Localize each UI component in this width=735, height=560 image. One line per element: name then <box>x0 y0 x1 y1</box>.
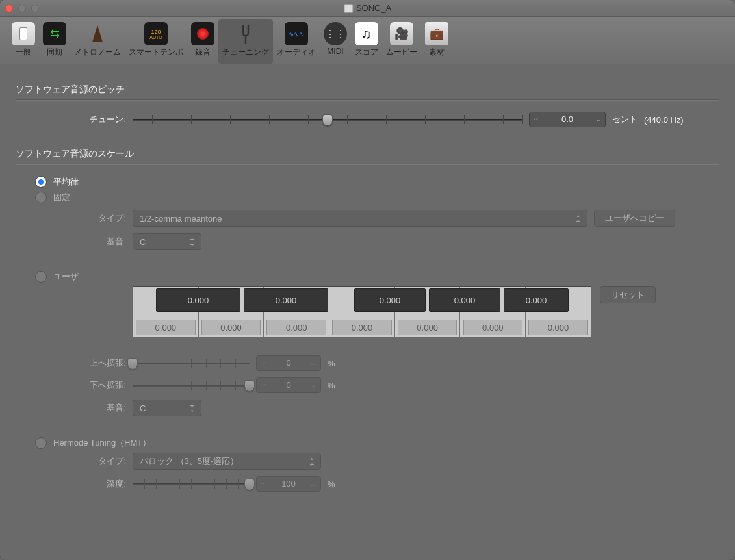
tab-smart-tempo[interactable]: 120AUTO スマートテンポ <box>125 19 187 64</box>
percent-unit: % <box>328 381 335 390</box>
section-pitch-title: ソフトウェア音源のピッチ <box>16 84 719 95</box>
user-radio[interactable]: ユーザ <box>16 271 719 283</box>
user-root-label: 基音: <box>16 402 133 414</box>
window-title: SONG_A <box>344 3 391 13</box>
tab-score-label: スコア <box>355 47 378 58</box>
content-area: ソフトウェア音源のピッチ チューン: ﹀ 0.0 ︿ セント (440.0 Hz… <box>0 64 735 514</box>
tuning-keyboard[interactable]: 0.000 0.000 0.000 0.000 0.000 0.000 0.00… <box>133 286 591 337</box>
tab-general[interactable]: 一般 <box>8 19 39 64</box>
tune-row: チューン: ﹀ 0.0 ︿ セント (440.0 Hz) <box>16 112 719 127</box>
white-key-g[interactable]: 0.000 <box>398 320 458 335</box>
tab-tuning-label: チューニング <box>222 47 269 58</box>
white-key-d[interactable]: 0.000 <box>201 320 261 335</box>
tab-general-label: 一般 <box>16 47 31 58</box>
tab-midi[interactable]: ⋮⋮ MIDI <box>320 19 351 64</box>
tab-assets[interactable]: 💼 素材 <box>421 19 452 64</box>
stretch-down-label: 下へ拡張: <box>16 379 133 391</box>
document-icon <box>344 4 353 13</box>
stretch-up-slider[interactable] <box>133 356 250 370</box>
stepper-decrement[interactable]: ﹀ <box>530 112 543 127</box>
radio-icon <box>35 192 47 203</box>
camera-icon: 🎥 <box>390 22 413 45</box>
stepper-increment[interactable]: ︿ <box>307 477 320 491</box>
fixed-root-select[interactable]: C ▴▾ <box>133 233 201 250</box>
hmt-depth-label: 深度: <box>16 478 133 490</box>
section-scale-title: ソフトウェア音源のスケール <box>16 148 719 160</box>
tab-metronome[interactable]: メトロノーム <box>70 19 125 64</box>
fixed-type-value: 1/2-comma meantone <box>140 214 222 223</box>
stretch-up-label: 上へ拡張: <box>16 357 133 369</box>
reset-button[interactable]: リセット <box>600 286 656 303</box>
tuning-fork-icon <box>234 22 257 45</box>
tune-hz: (440.0 Hz) <box>644 115 684 125</box>
tune-unit: セント <box>612 114 638 125</box>
stepper-decrement[interactable]: ﹀ <box>257 378 270 392</box>
black-key-gs[interactable]: 0.000 <box>429 288 500 312</box>
stepper-increment[interactable]: ︿ <box>307 378 320 392</box>
percent-unit: % <box>328 359 335 368</box>
midi-icon: ⋮⋮ <box>324 22 347 45</box>
tab-movie-label: ムービー <box>386 47 417 58</box>
tab-smart-tempo-label: スマートテンポ <box>129 47 183 58</box>
white-key-f[interactable]: 0.000 <box>332 320 392 335</box>
close-window-button[interactable] <box>5 5 13 12</box>
tune-stepper[interactable]: ﹀ 0.0 ︿ <box>529 112 606 127</box>
tab-movie[interactable]: 🎥 ムービー <box>382 19 421 64</box>
hmt-depth-slider[interactable] <box>133 477 250 491</box>
tune-slider[interactable] <box>133 112 522 127</box>
black-key-fs[interactable]: 0.000 <box>354 288 426 312</box>
tab-score[interactable]: ♫ スコア <box>351 19 382 64</box>
equal-temperament-radio[interactable]: 平均律 <box>16 176 719 188</box>
black-key-ds[interactable]: 0.000 <box>244 288 328 312</box>
equal-label: 平均律 <box>53 176 79 188</box>
user-root-select[interactable]: C ▴▾ <box>133 400 201 416</box>
hmt-type-value: バロック （3、5度-適応） <box>140 455 239 467</box>
fixed-radio[interactable]: 固定 <box>16 192 719 203</box>
stretch-down-stepper[interactable]: ﹀ 0 ︿ <box>256 377 321 393</box>
tune-value: 0.0 <box>543 112 592 127</box>
divider <box>16 99 719 100</box>
stretch-up-stepper[interactable]: ﹀ 0 ︿ <box>256 355 321 371</box>
stretch-down-value: 0 <box>270 378 307 392</box>
stepper-increment[interactable]: ︿ <box>592 112 605 127</box>
copy-to-user-button[interactable]: ユーザへコピー <box>594 210 675 227</box>
radio-icon <box>35 176 47 188</box>
hmt-type-select[interactable]: バロック （3、5度-適応） ▴▾ <box>133 453 321 470</box>
stepper-increment[interactable]: ︿ <box>307 356 320 370</box>
hmt-radio[interactable]: Hermode Tuning（HMT） <box>16 437 719 449</box>
black-key-cs[interactable]: 0.000 <box>156 288 240 312</box>
radio-icon <box>35 437 47 449</box>
tab-tuning[interactable]: チューニング <box>218 19 273 64</box>
titlebar: SONG_A <box>0 0 735 17</box>
window-controls <box>5 5 39 12</box>
tab-assets-label: 素材 <box>429 47 445 58</box>
black-key-as[interactable]: 0.000 <box>504 288 569 312</box>
fixed-root-value: C <box>140 237 146 247</box>
briefcase-icon: 💼 <box>425 22 448 45</box>
white-key-b[interactable]: 0.000 <box>528 320 588 335</box>
tab-audio[interactable]: ∿∿∿ オーディオ <box>273 19 320 64</box>
tab-record-label: 録音 <box>195 47 211 58</box>
divider <box>16 164 719 164</box>
tab-record[interactable]: 録音 <box>187 19 218 64</box>
stepper-decrement[interactable]: ﹀ <box>257 356 270 370</box>
zoom-window-button[interactable] <box>31 5 39 12</box>
tune-label: チューン: <box>16 114 133 125</box>
fixed-type-select[interactable]: 1/2-comma meantone ▴▾ <box>133 210 587 227</box>
percent-unit: % <box>328 479 335 489</box>
record-icon <box>197 28 209 40</box>
hmt-depth-stepper[interactable]: ﹀ 100 ︿ <box>256 476 321 492</box>
white-key-a[interactable]: 0.000 <box>463 320 523 335</box>
preferences-window: SONG_A 一般 ⇆ 同期 メトロノーム 120AUTO スマートテンポ 録音… <box>0 0 735 560</box>
minimize-window-button[interactable] <box>18 5 26 12</box>
tab-sync[interactable]: ⇆ 同期 <box>39 19 70 64</box>
fixed-root-label: 基音: <box>16 236 133 248</box>
stepper-decrement[interactable]: ﹀ <box>257 477 270 491</box>
white-key-c[interactable]: 0.000 <box>136 320 196 335</box>
hmt-depth-value: 100 <box>270 477 307 491</box>
fixed-label: 固定 <box>53 192 70 203</box>
toolbar: 一般 ⇆ 同期 メトロノーム 120AUTO スマートテンポ 録音 チューニング… <box>0 17 735 64</box>
white-key-e[interactable]: 0.000 <box>266 320 326 335</box>
stretch-down-slider[interactable] <box>133 378 250 392</box>
radio-icon <box>35 271 47 283</box>
